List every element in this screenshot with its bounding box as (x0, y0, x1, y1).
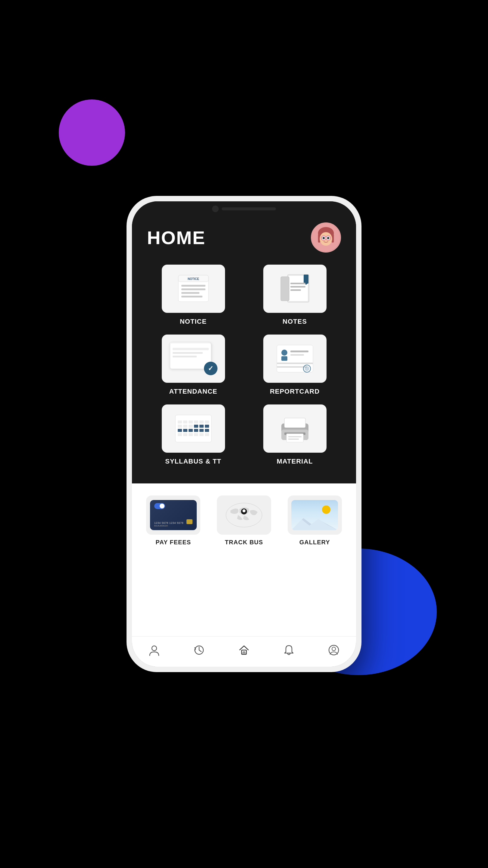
syllabus-grid-item[interactable]: SYLLABUS & TT (147, 404, 239, 465)
svg-point-31 (281, 350, 287, 355)
svg-rect-42 (189, 421, 193, 424)
svg-rect-60 (189, 433, 193, 436)
main-grid: NOTICE NOTICE (147, 265, 341, 465)
svg-text:NOTICE: NOTICE (188, 277, 199, 281)
svg-rect-51 (205, 425, 209, 428)
svg-rect-32 (281, 356, 287, 361)
page-title: HOME (147, 227, 205, 248)
svg-rect-56 (199, 429, 204, 432)
syllabus-label: SYLLABUS & TT (165, 458, 221, 465)
attendance-check-icon: ✓ (204, 362, 218, 375)
payfees-item[interactable]: 1234 5678 1234 5678 MUKARASH PAY FEEES (146, 495, 200, 546)
svg-rect-58 (178, 433, 182, 436)
gallery-icon-box (288, 495, 342, 535)
reportcard-icon-box (263, 335, 327, 383)
svg-rect-20 (304, 275, 308, 284)
gallery-label: GALLERY (299, 539, 330, 546)
svg-rect-17 (181, 296, 202, 298)
svg-rect-23 (290, 286, 305, 287)
attendance-label: ATTENDANCE (169, 388, 218, 396)
notes-icon-box (263, 265, 327, 313)
nav-item-profile[interactable] (147, 643, 162, 658)
svg-point-71 (226, 503, 262, 527)
svg-point-74 (152, 646, 157, 651)
svg-rect-24 (290, 289, 301, 291)
nav-item-notifications[interactable] (281, 643, 296, 658)
notch-area (132, 201, 356, 216)
svg-rect-36 (277, 366, 307, 368)
payfees-card: 1234 5678 1234 5678 MUKARASH (150, 500, 197, 530)
card-name: MUKARASH (154, 524, 193, 527)
svg-rect-69 (288, 436, 301, 437)
home-nav-icon (236, 643, 252, 658)
purple-blob (59, 99, 125, 166)
material-icon (274, 412, 316, 445)
svg-rect-29 (173, 355, 197, 358)
trackbus-container (221, 500, 267, 530)
svg-rect-61 (194, 433, 198, 436)
attendance-grid-item[interactable]: ✓ ATTENDANCE (147, 335, 239, 396)
svg-rect-46 (178, 425, 182, 428)
gallery-mountain-svg (291, 514, 338, 530)
bottom-icons-row: 1234 5678 1234 5678 MUKARASH PAY FEEES (132, 484, 356, 636)
notes-icon (275, 272, 315, 305)
svg-rect-59 (183, 433, 187, 436)
bottom-section: 1234 5678 1234 5678 MUKARASH PAY FEEES (132, 484, 356, 667)
nav-item-home[interactable] (236, 643, 252, 658)
trackbus-icon-box (217, 495, 271, 535)
reportcard-label: REPORTCARD (270, 388, 320, 396)
card-chip (187, 519, 193, 524)
nav-item-history[interactable] (192, 643, 207, 658)
svg-rect-16 (181, 292, 199, 294)
svg-point-79 (332, 647, 335, 651)
material-label: MATERIAL (276, 458, 313, 465)
payfees-icon-box: 1234 5678 1234 5678 MUKARASH (146, 495, 200, 535)
svg-rect-35 (277, 363, 313, 364)
gallery-icon (291, 500, 338, 530)
phone-frame: HOME (127, 196, 361, 672)
svg-rect-14 (181, 285, 205, 287)
notch-bar-line (222, 207, 276, 210)
gallery-sun (322, 505, 330, 514)
svg-rect-34 (290, 354, 304, 355)
svg-rect-65 (284, 418, 305, 428)
history-nav-icon (192, 643, 207, 658)
svg-rect-25 (281, 277, 289, 301)
avatar[interactable] (311, 222, 341, 253)
svg-point-7 (323, 237, 325, 239)
reportcard-grid-item[interactable]: REPORTCARD (249, 335, 341, 396)
svg-rect-22 (290, 283, 305, 284)
notes-grid-item[interactable]: NOTES (249, 265, 341, 326)
svg-rect-41 (183, 421, 187, 424)
header-row: HOME (147, 222, 341, 253)
gallery-item[interactable]: GALLERY (288, 495, 342, 546)
attendance-icon-box: ✓ (162, 335, 225, 383)
material-grid-item[interactable]: MATERIAL (249, 404, 341, 465)
attendance-icon: ✓ (169, 342, 218, 375)
svg-rect-50 (199, 425, 204, 428)
top-section: HOME (132, 216, 356, 484)
notice-icon-box: NOTICE (162, 265, 225, 313)
camera-dot (212, 206, 219, 212)
svg-rect-54 (189, 429, 193, 432)
svg-rect-43 (194, 421, 198, 424)
svg-rect-63 (205, 433, 209, 436)
trackbus-icon (221, 500, 267, 530)
syllabus-icon (172, 412, 215, 445)
syllabus-icon-box (162, 404, 225, 453)
svg-rect-27 (173, 348, 209, 350)
svg-rect-28 (173, 352, 203, 354)
trackbus-item[interactable]: TRACK BUS (217, 495, 271, 546)
material-icon-box (263, 404, 327, 453)
svg-rect-57 (205, 429, 209, 432)
svg-rect-49 (194, 425, 198, 428)
svg-rect-39 (175, 415, 212, 442)
svg-rect-62 (199, 433, 204, 436)
svg-rect-45 (205, 421, 209, 424)
svg-point-38 (304, 366, 310, 371)
nav-item-account[interactable] (326, 643, 341, 658)
svg-rect-68 (287, 434, 303, 442)
notice-grid-item[interactable]: NOTICE NOTICE (147, 265, 239, 326)
svg-rect-47 (183, 425, 187, 428)
svg-rect-53 (183, 429, 187, 432)
